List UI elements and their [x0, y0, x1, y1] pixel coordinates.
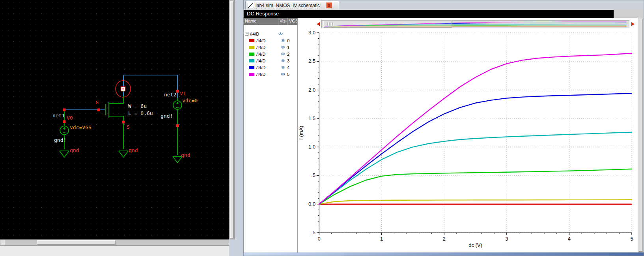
trace-vgs-value: 5: [287, 72, 293, 77]
plot-column: 0123453.02.52.01.51.0.50.0-.5I (mA)dc (V…: [298, 18, 638, 252]
window-vscrollbar[interactable]: [638, 18, 644, 252]
ground-symbol-left[interactable]: [60, 151, 69, 157]
label-length: L = 0.6u: [128, 110, 153, 116]
waveform-window: lab4 sim_NMOS_IV schematic x DC Response…: [243, 0, 644, 256]
plot-header-spacer: [614, 10, 644, 18]
label-vdc-0: vdc=0: [182, 98, 198, 104]
zoom-scrollbar[interactable]: [321, 20, 630, 28]
svg-text:0.0: 0.0: [308, 201, 315, 207]
schematic-hscrollbar[interactable]: [0, 239, 229, 246]
trace-name: /I4/D: [256, 58, 278, 63]
label-width: W = 6u: [128, 103, 147, 109]
ground-symbol-mid[interactable]: [119, 151, 128, 157]
schematic-vscrollbar[interactable]: [229, 0, 235, 239]
svg-text:4: 4: [568, 236, 571, 242]
trace-name: /I4/D: [256, 38, 278, 43]
plot-title: DC Response: [244, 10, 614, 18]
trace-row[interactable]: /I4/D2: [244, 51, 297, 57]
trace-color-swatch: [249, 59, 254, 62]
visibility-eye-icon[interactable]: [278, 66, 287, 69]
window-title-tab[interactable]: lab4 sim_NMOS_IV schematic x: [245, 1, 339, 9]
svg-text:1: 1: [380, 236, 383, 242]
zoom-strip: [298, 18, 638, 30]
visibility-eye-icon[interactable]: [278, 52, 287, 56]
zoom-thumb-grip[interactable]: [327, 23, 334, 26]
svg-text:1.5: 1.5: [308, 115, 315, 121]
label-v1: V1: [180, 90, 186, 96]
window-title-row: lab4 sim_NMOS_IV schematic x: [244, 0, 644, 10]
trace-row[interactable]: /I4/D0: [244, 37, 297, 44]
window-title: lab4 sim_NMOS_IV schematic: [256, 3, 320, 8]
trace-vgs-value: 0: [287, 38, 293, 43]
column-name[interactable]: Name: [244, 18, 278, 25]
trace-color-swatch: [249, 46, 254, 49]
window-bottom-frame: [244, 252, 644, 256]
trace-color-swatch: [249, 73, 254, 76]
trace-vgs-value: 4: [287, 65, 293, 70]
trace-name: /I4/D: [256, 52, 278, 56]
trace-name: /I4/D: [256, 45, 278, 50]
svg-text:5: 5: [630, 236, 633, 242]
vscrollbar-thumb[interactable]: [230, 1, 234, 239]
trace-row[interactable]: /I4/D3: [244, 57, 297, 64]
label-gate: G: [95, 100, 99, 105]
label-v0: V0: [67, 115, 73, 121]
trace-list: /I4/D /I4/D0/I4/D1/I4/D2/I4/D3/I4/D4/I4/…: [244, 25, 297, 252]
window-vscrollbar-thumb[interactable]: [638, 19, 643, 252]
zoom-scrollbar-thumb[interactable]: [323, 21, 452, 28]
svg-text:1.0: 1.0: [308, 144, 315, 150]
trace-color-swatch: [249, 66, 254, 69]
visibility-eye-icon[interactable]: [278, 39, 287, 42]
plot-header-row: DC Response: [244, 10, 644, 18]
visibility-eye-icon[interactable]: [278, 59, 287, 62]
label-gnd-bang-right: gnd!: [161, 113, 173, 119]
scroll-left-arrow[interactable]: [316, 21, 321, 27]
trace-row[interactable]: /I4/D5: [244, 71, 297, 77]
label-gnd-right: gnd: [181, 152, 190, 158]
scrollbar-corner-box[interactable]: [0, 240, 5, 245]
column-vis[interactable]: Vis: [278, 18, 288, 25]
svg-text:-.5: -.5: [310, 230, 315, 235]
trace-row[interactable]: /I4/D4: [244, 64, 297, 71]
trace-vgs-value: 2: [287, 52, 293, 56]
svg-text:3: 3: [505, 236, 508, 242]
column-vgs[interactable]: VGS: [288, 18, 297, 25]
svg-text:.5: .5: [311, 172, 315, 178]
schematic-drawing[interactable]: net1 V0 vdc=VGS gnd! gnd G W = 6u L = 0.…: [0, 0, 229, 239]
trace-name: /I4/D: [256, 72, 278, 77]
trace-rows: /I4/D0/I4/D1/I4/D2/I4/D3/I4/D4/I4/D5: [244, 37, 297, 77]
trace-vgs-value: 3: [287, 58, 293, 63]
window-icon: [248, 3, 253, 8]
svg-text:0: 0: [317, 236, 320, 242]
close-button[interactable]: x: [326, 2, 332, 8]
trace-group-name: /I4/D: [250, 32, 276, 36]
collapse-icon[interactable]: [245, 32, 248, 36]
svg-text:3.0: 3.0: [308, 30, 315, 36]
hscrollbar-thumb[interactable]: [37, 240, 116, 245]
label-vdc-vgs: vdc=VGS: [70, 124, 91, 130]
svg-text:I (mA): I (mA): [298, 126, 304, 139]
visibility-eye-icon[interactable]: [278, 45, 287, 49]
label-gnd-bang-left: gnd!: [54, 137, 66, 143]
label-net2: net2: [164, 92, 176, 98]
panel-divider: [229, 0, 243, 256]
trace-list-header: Name Vis VGS: [244, 18, 297, 25]
scroll-right-arrow[interactable]: [631, 21, 635, 27]
schematic-canvas[interactable]: net1 V0 vdc=VGS gnd! gnd G W = 6u L = 0.…: [0, 0, 229, 239]
trace-name: /I4/D: [256, 65, 278, 70]
iv-plot[interactable]: 0123453.02.52.01.51.0.50.0-.5I (mA)dc (V…: [298, 30, 637, 251]
trace-vgs-value: 1: [287, 45, 293, 50]
trace-color-swatch: [249, 39, 254, 42]
svg-text:dc (V): dc (V): [469, 242, 482, 248]
nmos-transistor[interactable]: [106, 96, 123, 149]
label-net1: net1: [52, 113, 65, 119]
trace-group-row[interactable]: /I4/D: [244, 30, 297, 37]
selection-highlight[interactable]: [116, 81, 131, 97]
visibility-eye-icon[interactable]: [278, 72, 287, 76]
trace-row[interactable]: /I4/D1: [244, 44, 297, 51]
plot-area[interactable]: 0123453.02.52.01.51.0.50.0-.5I (mA)dc (V…: [298, 30, 638, 252]
visibility-eye-icon[interactable]: [276, 32, 285, 36]
svg-text:2: 2: [443, 236, 446, 242]
svg-text:2.0: 2.0: [308, 87, 315, 93]
pin-markers[interactable]: [63, 90, 179, 127]
